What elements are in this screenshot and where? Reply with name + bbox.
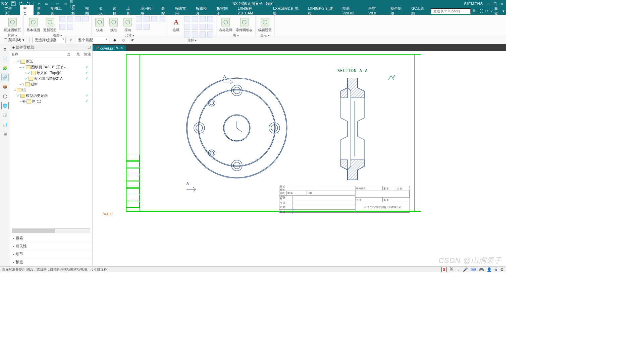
constraint-nav-rail-icon[interactable]: 🔗 bbox=[1, 74, 9, 81]
assembly-nav-rail-icon[interactable]: 🧩 bbox=[1, 64, 9, 72]
assembly-scope[interactable]: 整个装配 bbox=[76, 37, 109, 43]
col-name[interactable]: 名称 bbox=[10, 51, 64, 58]
close-button[interactable]: ✕ bbox=[499, 1, 504, 6]
ribbon-small-icon[interactable] bbox=[192, 24, 198, 30]
refresh-icon[interactable]: ⟳ bbox=[485, 9, 488, 13]
ribbon-small-icon[interactable] bbox=[184, 31, 190, 38]
ribbon-small-icon[interactable] bbox=[192, 16, 198, 22]
touch-icon[interactable]: ☞ bbox=[55, 1, 60, 6]
ribbon-small-icon[interactable] bbox=[192, 31, 198, 38]
ribbon-small-icon[interactable] bbox=[75, 16, 81, 22]
tab-close[interactable]: ✕ bbox=[120, 46, 123, 50]
browser-rail-icon[interactable]: 🌐 bbox=[1, 102, 9, 109]
sb-comma-icon[interactable]: ， bbox=[456, 267, 460, 272]
document-tab[interactable]: 📌 cover.prt ✎ ✕ bbox=[93, 45, 126, 51]
fullscreen-icon[interactable]: ⛶ bbox=[480, 9, 483, 13]
ribbon-small-icon[interactable] bbox=[151, 16, 157, 22]
note-icon[interactable]: A注释 bbox=[170, 16, 182, 33]
sb-keyboard-icon[interactable]: ⌨ bbox=[471, 267, 476, 272]
undo-icon[interactable] bbox=[18, 1, 23, 6]
command-search[interactable] bbox=[431, 8, 471, 14]
ribbon-small-icon[interactable] bbox=[67, 24, 73, 30]
edit-settings-icon[interactable]: 编辑设置 bbox=[258, 16, 272, 33]
copy-icon[interactable]: ⧉ bbox=[44, 1, 49, 6]
ribbon-small-icon[interactable] bbox=[200, 16, 206, 22]
redo-icon[interactable] bbox=[25, 1, 31, 6]
minimize-button[interactable]: — bbox=[486, 1, 491, 6]
tree-node[interactable]: +组 bbox=[10, 87, 92, 93]
search-go-icon[interactable]: 🔍 bbox=[472, 9, 477, 13]
parts-list-icon[interactable]: 零件明细表 bbox=[235, 16, 253, 33]
ribbon-small-icon[interactable] bbox=[200, 24, 206, 30]
tutorial-link[interactable]: 教程 bbox=[494, 6, 500, 16]
accordion-细节[interactable]: 细节 bbox=[10, 250, 92, 258]
settings-rail-icon[interactable]: ⚙ bbox=[1, 46, 9, 53]
ribbon-small-icon[interactable] bbox=[200, 31, 206, 38]
tree-node[interactable]: −?过时 bbox=[10, 81, 92, 87]
quick-dim-icon[interactable]: 快速 bbox=[94, 16, 106, 33]
navigator-close[interactable]: ☐ bbox=[88, 45, 91, 50]
filter-funnel-icon[interactable]: ▿ bbox=[68, 37, 74, 43]
accordion-预览[interactable]: 预览 bbox=[10, 258, 92, 266]
accordion-搜索[interactable]: 搜索 bbox=[10, 234, 92, 242]
base-view-icon[interactable]: 基本视图 bbox=[26, 16, 41, 33]
linear-dim-icon[interactable]: 线性 bbox=[108, 16, 120, 33]
sb-mic-icon[interactable]: 🎤 bbox=[463, 267, 468, 272]
ribbon-small-icon[interactable] bbox=[59, 24, 65, 30]
ribbon-small-icon[interactable] bbox=[184, 24, 190, 30]
sb-gear-icon[interactable]: ⚙ bbox=[500, 267, 504, 272]
cut-icon[interactable]: ✂ bbox=[37, 1, 42, 6]
tree-node[interactable]: −✓图纸页 "A3_1" (工作-...✓ bbox=[10, 64, 92, 70]
ribbon-small-icon[interactable] bbox=[83, 16, 89, 22]
save-icon[interactable] bbox=[11, 1, 16, 6]
col-latest[interactable]: 最 bbox=[73, 51, 83, 58]
table-note-icon[interactable]: 表格注释 bbox=[218, 16, 233, 33]
accordion-相关性[interactable]: 相关性 bbox=[10, 242, 92, 250]
new-sheet-icon[interactable]: 新建图纸页 bbox=[3, 16, 21, 33]
navigator-header: ◈ 部件导航器 ☐ bbox=[10, 44, 92, 51]
selection-filter[interactable]: 无选择过滤器 bbox=[32, 37, 66, 43]
window-switch-icon[interactable]: ⊞ bbox=[62, 1, 68, 6]
pin-icon[interactable]: 📌 bbox=[95, 47, 99, 50]
tree-node[interactable]: −✓模型历史记录✓ bbox=[10, 93, 92, 98]
ribbon-small-icon[interactable] bbox=[207, 31, 213, 38]
tree-scrollbar[interactable] bbox=[12, 228, 90, 233]
ime-lang[interactable]: 英 bbox=[449, 267, 453, 272]
ribbon-small-icon[interactable] bbox=[144, 16, 150, 22]
col-current[interactable]: 当 bbox=[64, 51, 73, 58]
help-icon[interactable]: ? bbox=[490, 9, 492, 13]
tree-node[interactable]: +✓导入的 "Top@1"✓ bbox=[10, 70, 92, 76]
roles-rail-icon[interactable]: 📊 bbox=[1, 121, 9, 128]
ribbon-small-icon[interactable] bbox=[144, 24, 150, 30]
reuse-rail-icon[interactable]: 📦 bbox=[1, 83, 9, 90]
sb-person-icon[interactable]: 👤 bbox=[487, 267, 492, 272]
ribbon-small-icon[interactable] bbox=[136, 16, 142, 22]
ribbon-small-icon[interactable] bbox=[207, 16, 213, 22]
radial-dim-icon[interactable]: 径向 bbox=[122, 16, 134, 33]
ribbon-small-icon[interactable] bbox=[136, 24, 142, 30]
window-dropdown[interactable]: 窗口▾ bbox=[70, 1, 75, 6]
history-rail-icon[interactable]: 🕓 bbox=[1, 111, 9, 119]
hd3d-rail-icon[interactable]: ◯ bbox=[1, 92, 9, 100]
part-navigator: ◈ 部件导航器 ☐ 名称 当 最 附注 −✓图纸−✓图纸页 "A3_1" (工作… bbox=[10, 44, 93, 266]
ribbon-small-icon[interactable] bbox=[67, 16, 73, 22]
system-rail-icon[interactable]: ▦ bbox=[1, 130, 9, 137]
navigator-tree[interactable]: −✓图纸−✓图纸页 "A3_1" (工作-...✓+✓导入的 "Top@1"✓✓… bbox=[10, 58, 92, 234]
sb-apps-icon[interactable]: ⠿ bbox=[494, 267, 497, 272]
part-nav-rail-icon[interactable]: 📄 bbox=[1, 55, 9, 62]
ribbon-small-icon[interactable] bbox=[207, 24, 213, 30]
maximize-button[interactable]: ☐ bbox=[492, 1, 498, 6]
ribbon-small-icon[interactable] bbox=[184, 16, 190, 22]
ribbon-small-icon[interactable] bbox=[159, 16, 165, 22]
tree-node[interactable]: −👁体 (1)✓ bbox=[10, 98, 92, 104]
ribbon-small-icon[interactable] bbox=[59, 16, 65, 22]
select-opt1-icon[interactable]: ◆ bbox=[111, 37, 118, 43]
update-view-icon[interactable]: 更新视图 bbox=[43, 16, 57, 33]
collapse-ribbon-icon[interactable]: ▾ bbox=[502, 9, 504, 13]
drawing-canvas[interactable]: A A SECTION A-A 标记 处数 更改文件号签 字日期 设 计 对 比… bbox=[93, 51, 506, 266]
tree-node[interactable]: ✓表区域 "SX@2" A✓ bbox=[10, 76, 92, 81]
col-notes[interactable]: 附注 bbox=[83, 51, 92, 58]
tree-node[interactable]: −✓图纸 bbox=[10, 59, 92, 64]
sb-game-icon[interactable]: 🎮 bbox=[479, 267, 484, 272]
ime-indicator-s[interactable]: S bbox=[441, 267, 447, 272]
